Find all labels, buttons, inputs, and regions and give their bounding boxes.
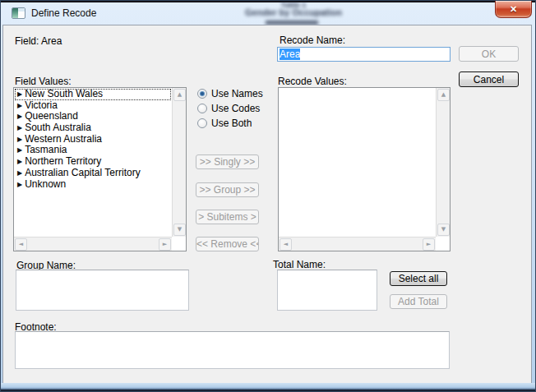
background-window-title-line2: Gender by Occupation (25, 7, 536, 17)
field-value-item[interactable]: ▶Northern Territory (15, 156, 171, 168)
scroll-up-button[interactable]: ▲ (437, 89, 450, 101)
radio-icon (197, 104, 207, 113)
field-label: Field: Area (15, 35, 62, 47)
field-values-list: ▶New South Wales▶Victoria▶Queensland▶Sou… (15, 89, 171, 236)
total-name-label: Total Name: (273, 259, 326, 270)
scroll-down-button[interactable]: ▼ (437, 224, 450, 236)
scroll-right-button[interactable]: ► (423, 238, 435, 251)
scroll-left-button[interactable]: ◄ (280, 238, 292, 251)
subitems-button: > Subitems > (196, 210, 259, 224)
recode-values-list (280, 89, 435, 236)
recode-name-value: Area (280, 48, 300, 60)
field-value-item[interactable]: ▶Australian Capital Territory (15, 168, 171, 179)
field-value-item[interactable]: ▶New South Wales (15, 89, 171, 100)
right-arrow-icon: ► (427, 241, 431, 247)
item-marker-icon: ▶ (17, 179, 22, 191)
field-value-item[interactable]: ▶South Australia (15, 122, 171, 134)
add-total-button: Add Total (390, 294, 447, 309)
window-bottom-frame (1, 383, 535, 391)
field-value-item[interactable]: ▶Victoria (15, 100, 171, 112)
down-arrow-icon: ▼ (441, 226, 446, 233)
close-icon: ✕ (510, 4, 517, 14)
radio-option-label: Use Names (211, 88, 263, 99)
scroll-up-button[interactable]: ▲ (173, 89, 186, 101)
radio-icon (197, 89, 207, 99)
right-arrow-icon: ► (163, 241, 167, 247)
item-marker-icon: ▶ (17, 145, 22, 156)
group-button: >> Group >> (196, 182, 259, 197)
field-value-label: Queensland (25, 110, 78, 122)
radio-option-label: Use Codes (211, 103, 260, 114)
ok-button: OK (459, 46, 519, 62)
singly-button: >> Singly >> (196, 154, 259, 169)
recode-values-listbox[interactable]: ▲ ▼ ◄ ► (278, 87, 451, 251)
up-arrow-icon: ▲ (178, 91, 182, 98)
item-marker-icon: ▶ (17, 89, 22, 100)
group-name-input[interactable] (16, 270, 189, 311)
item-marker-icon: ▶ (17, 100, 22, 112)
item-marker-icon: ▶ (17, 156, 22, 168)
field-value-label: Victoria (25, 99, 58, 111)
scroll-right-button[interactable]: ► (159, 238, 171, 251)
cancel-button[interactable]: Cancel (459, 71, 519, 87)
scroll-down-button[interactable]: ▼ (173, 224, 186, 236)
field-value-label: South Australia (25, 122, 91, 133)
field-value-label: New South Wales (25, 89, 103, 99)
field-value-label: Northern Territory (25, 155, 101, 167)
field-value-label: Western Australia (25, 133, 102, 145)
select-all-button[interactable]: Select all (390, 271, 447, 286)
field-value-label: Tasmania (25, 144, 67, 155)
field-value-item[interactable]: ▶Queensland (15, 111, 171, 122)
down-arrow-icon: ▼ (178, 226, 182, 233)
radio-icon (197, 118, 207, 128)
close-button[interactable]: ✕ (495, 1, 532, 18)
item-marker-icon: ▶ (17, 134, 22, 145)
radio-option[interactable]: Use Codes (197, 103, 260, 114)
total-name-input[interactable] (277, 270, 377, 311)
item-marker-icon: ▶ (17, 168, 22, 179)
field-value-label: Australian Capital Territory (25, 167, 141, 178)
radio-option[interactable]: Use Both (197, 118, 252, 129)
app-icon (12, 7, 25, 19)
field-value-item[interactable]: ▶Western Australia (15, 134, 171, 145)
define-recode-dialog: Table 1 Gender by Occupation Define Reco… (0, 0, 536, 392)
recode-values-vertical-scrollbar[interactable]: ▲ ▼ (436, 88, 450, 237)
item-marker-icon: ▶ (17, 122, 22, 134)
radio-option-label: Use Both (211, 118, 252, 129)
field-values-label: Field Values: (15, 76, 71, 87)
recode-values-label: Recode Values: (278, 76, 347, 87)
up-arrow-icon: ▲ (441, 91, 446, 98)
field-value-item[interactable]: ▶Tasmania (15, 145, 171, 156)
titlebar[interactable]: Table 1 Gender by Occupation Define Reco… (1, 1, 535, 25)
remove-button: << Remove << (196, 237, 259, 251)
radio-option[interactable]: Use Names (197, 88, 263, 99)
field-value-label: Unknown (25, 178, 66, 190)
left-arrow-icon: ◄ (284, 241, 288, 247)
recode-values-horizontal-scrollbar[interactable]: ◄ ► (279, 237, 436, 251)
window-title: Define Recode (31, 7, 96, 19)
field-values-vertical-scrollbar[interactable]: ▲ ▼ (172, 88, 186, 237)
recode-name-input[interactable]: Area (277, 47, 451, 62)
footnote-input[interactable] (15, 331, 450, 369)
dialog-client-area: Field: Area Recode Name: Area OK Cancel … (2, 25, 532, 385)
left-arrow-icon: ◄ (19, 241, 23, 247)
field-values-listbox[interactable]: ▶New South Wales▶Victoria▶Queensland▶Sou… (13, 87, 187, 251)
field-values-horizontal-scrollbar[interactable]: ◄ ► (14, 237, 172, 251)
field-value-item[interactable]: ▶Unknown (15, 179, 171, 191)
recode-name-label: Recode Name: (280, 35, 345, 46)
item-marker-icon: ▶ (17, 111, 22, 122)
scroll-left-button[interactable]: ◄ (15, 238, 27, 251)
